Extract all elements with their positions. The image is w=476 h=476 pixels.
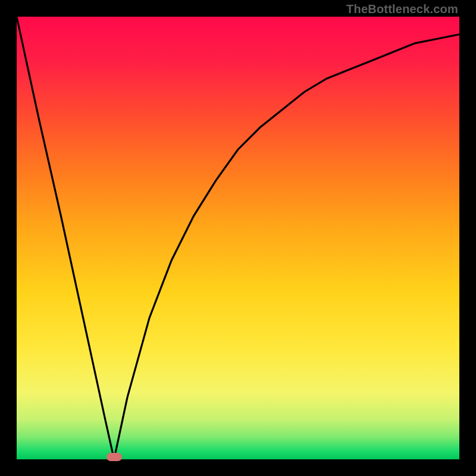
curve-left bbox=[17, 17, 114, 459]
curve-right bbox=[114, 35, 459, 459]
minimum-marker bbox=[107, 453, 122, 461]
chart-svg bbox=[17, 17, 459, 459]
chart-frame: TheBottleneck.com bbox=[0, 0, 476, 476]
watermark-text: TheBottleneck.com bbox=[346, 2, 458, 16]
plot-area bbox=[17, 17, 459, 459]
